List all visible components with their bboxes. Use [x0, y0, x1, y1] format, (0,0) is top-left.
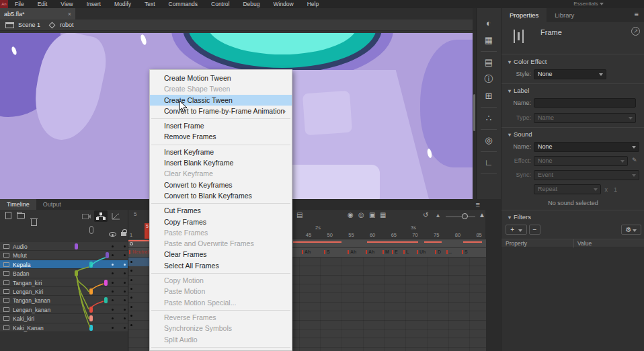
context-item-convert-to-blank-keyframes[interactable]: Convert to Blank Keyframes — [150, 190, 292, 201]
parent-tag[interactable] — [75, 243, 78, 249]
dock-swatches-icon[interactable]: ▦ — [481, 34, 496, 46]
tab-properties[interactable]: Properties — [501, 8, 547, 22]
visibility-dot[interactable] — [112, 299, 114, 301]
menu-text[interactable]: Text — [138, 0, 162, 8]
context-item-select-all-frames[interactable]: Select All Frames — [150, 260, 292, 271]
frame-cell-kepala[interactable] — [128, 258, 150, 266]
menu-debug[interactable]: Debug — [236, 0, 266, 8]
context-item-create-classic-tween[interactable]: Create Classic Tween — [150, 95, 292, 106]
lock-dot[interactable] — [124, 282, 126, 284]
dock-cc-libraries-icon[interactable]: ◎ — [481, 134, 496, 147]
close-icon[interactable]: × — [68, 11, 71, 17]
lock-dot[interactable] — [124, 254, 126, 256]
layer-badan[interactable]: Badan — [0, 269, 128, 278]
sound-name-dropdown[interactable]: None — [534, 142, 639, 152]
visibility-dot[interactable] — [112, 309, 114, 311]
help-link-icon[interactable]: ↗ — [631, 27, 640, 36]
parent-tag[interactable] — [75, 270, 78, 276]
graph-editor-icon[interactable] — [112, 212, 120, 220]
context-item-create-shape-tween[interactable]: Create Shape Tween — [150, 83, 292, 94]
parent-tag[interactable] — [104, 280, 108, 286]
zoom-in-frames-icon[interactable]: ▲ — [479, 211, 485, 219]
menu-insert[interactable]: Insert — [80, 0, 108, 8]
context-item-insert-frame[interactable]: Insert Frame — [150, 120, 292, 131]
visibility-dot[interactable] — [112, 317, 114, 319]
frame-cell-badan[interactable] — [128, 266, 150, 275]
context-item-remove-frames[interactable]: Remove Frames — [150, 131, 292, 142]
filter-options-button[interactable]: ⚙ — [621, 225, 641, 235]
section-filters[interactable]: ▾Filters — [508, 213, 531, 221]
frame-cell-mulut[interactable]: Neutral — [128, 248, 150, 257]
export-frame-icon[interactable]: ▤ — [296, 211, 303, 219]
frame-cell-tangan-kanan[interactable] — [128, 293, 150, 302]
frame-cell-kaki-kanan[interactable] — [128, 321, 150, 329]
parent-tag[interactable] — [89, 262, 93, 268]
tab-library[interactable]: Library — [547, 8, 582, 22]
dock-transform-icon[interactable]: ⊞ — [481, 90, 496, 102]
tab-output[interactable]: Output — [36, 199, 68, 210]
marker-range-icon[interactable]: ▦ — [380, 211, 386, 219]
new-folder-icon[interactable] — [17, 213, 25, 219]
layer-kaki-kanan[interactable]: Kaki_Kanan — [0, 323, 128, 332]
layer-lengan-kiri[interactable]: Lengan_Kiri — [0, 287, 128, 296]
context-item-synchronize-symbols[interactable]: Synchronize Symbols — [150, 323, 292, 334]
remove-filter-button[interactable]: − — [529, 225, 540, 235]
style-dropdown[interactable]: None — [534, 69, 606, 79]
lock-dot[interactable] — [124, 299, 126, 301]
dock-align-icon[interactable]: ▤ — [481, 56, 496, 69]
loop-icon[interactable]: ↺ — [423, 211, 428, 219]
frame-cell-lengan-kanan[interactable] — [128, 303, 150, 311]
add-filter-button[interactable]: + — [506, 225, 527, 235]
context-item-create-motion-tween[interactable]: Create Motion Tween — [150, 73, 292, 83]
dock-color-icon[interactable]: ◐ — [481, 17, 496, 30]
frame-cell-tangan-kiri[interactable] — [128, 276, 150, 284]
workspace-switcher[interactable]: Essentials — [573, 0, 604, 8]
frame-cell-lengan-kiri[interactable] — [128, 284, 150, 293]
breadcrumb-symbol[interactable]: robot — [60, 22, 74, 28]
context-item-paste-motion-special[interactable]: Paste Motion Special... — [150, 297, 292, 308]
layer-kepala[interactable]: Kepala — [0, 260, 128, 269]
context-item-convert-to-keyframes[interactable]: Convert to Keyframes — [150, 180, 292, 190]
context-item-cut-frames[interactable]: Cut Frames — [150, 205, 292, 216]
layer-kaki-kiri[interactable]: Kaki_kiri — [0, 314, 128, 323]
layer-tangan-kiri[interactable]: Tangan_kiri — [0, 278, 128, 287]
lock-dot[interactable] — [124, 272, 126, 274]
edit-envelope-pencil-icon[interactable]: ✎ — [632, 157, 637, 163]
layer-tangan-kanan[interactable]: Tangan_kanan — [0, 296, 128, 305]
context-item-insert-blank-keyframe[interactable]: Insert Blank Keyframe — [150, 157, 292, 168]
menu-file[interactable]: File — [8, 0, 31, 8]
context-item-paste-motion[interactable]: Paste Motion — [150, 286, 292, 297]
visibility-dot[interactable] — [112, 264, 114, 266]
parent-tag[interactable] — [89, 288, 93, 295]
dock-brush-library-icon[interactable]: ∴ — [481, 112, 496, 124]
parent-tag[interactable] — [106, 252, 109, 258]
context-item-reverse-frames[interactable]: Reverse Frames — [150, 312, 292, 323]
menu-control[interactable]: Control — [204, 0, 236, 8]
parent-tag[interactable] — [89, 307, 93, 313]
lock-icon[interactable] — [121, 232, 126, 236]
visibility-dot[interactable] — [112, 245, 114, 247]
camera-icon[interactable] — [82, 213, 91, 220]
context-item-paste-frames[interactable]: Paste Frames — [150, 227, 292, 238]
scrollbar-thumb[interactable] — [473, 94, 475, 131]
menu-modify[interactable]: Modify — [108, 0, 138, 8]
layer-mulut[interactable]: Mulut — [0, 251, 128, 260]
section-color-effect[interactable]: ▾Color Effect — [508, 58, 547, 65]
repeat-times-value[interactable]: 1 — [597, 186, 617, 193]
menu-view[interactable]: View — [54, 0, 79, 8]
lock-dot[interactable] — [124, 327, 126, 329]
context-item-copy-motion[interactable]: Copy Motion — [150, 275, 292, 286]
visibility-dot[interactable] — [112, 272, 114, 274]
context-item-clear-keyframe[interactable]: Clear Keyframe — [150, 168, 292, 179]
parenting-view-button[interactable] — [94, 210, 108, 222]
onion-outline-icon[interactable]: ◎ — [358, 211, 364, 219]
visibility-dot[interactable] — [112, 290, 114, 292]
layer-audio[interactable]: Audio — [0, 242, 128, 251]
breadcrumb-scene[interactable]: Scene 1 — [18, 22, 40, 28]
layer-lengan-kanan[interactable]: Lengan_kanan — [0, 305, 128, 314]
lock-dot[interactable] — [124, 245, 126, 247]
context-item-convert-to-frame-by-frame-animation[interactable]: Convert to Frame-by-Frame Animation› — [150, 106, 292, 116]
lock-dot[interactable] — [124, 309, 126, 311]
menu-edit[interactable]: Edit — [31, 0, 54, 8]
context-item-copy-frames[interactable]: Copy Frames — [150, 217, 292, 227]
